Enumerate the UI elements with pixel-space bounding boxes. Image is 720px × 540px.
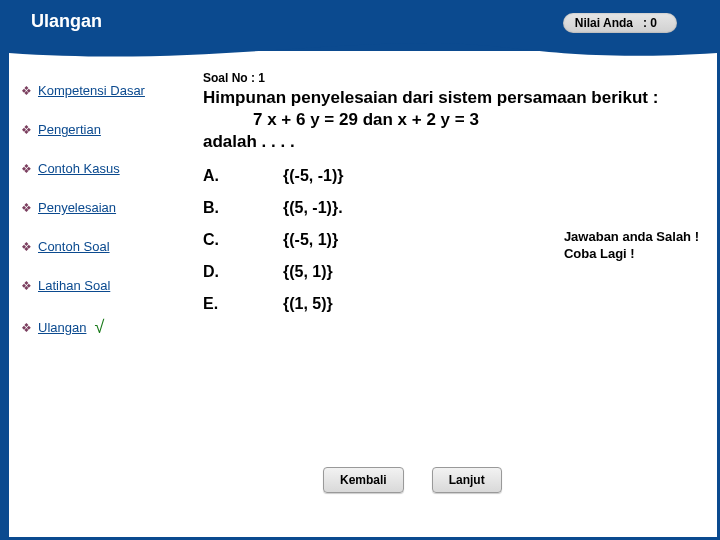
diamond-bullet-icon: ❖ bbox=[21, 201, 32, 215]
sidebar-item-latihan-soal[interactable]: ❖ Latihan Soal bbox=[21, 278, 183, 293]
diamond-bullet-icon: ❖ bbox=[21, 84, 32, 98]
diamond-bullet-icon: ❖ bbox=[21, 321, 32, 335]
option-letter: E. bbox=[203, 295, 283, 313]
diamond-bullet-icon: ❖ bbox=[21, 240, 32, 254]
sidebar-item-label: Penyelesaian bbox=[38, 200, 116, 215]
option-text: {(5, -1)}. bbox=[283, 199, 343, 217]
option-d[interactable]: D. {(5, 1)} bbox=[203, 263, 697, 281]
question-line: adalah . . . . bbox=[203, 132, 295, 151]
option-letter: A. bbox=[203, 167, 283, 185]
option-text: {(-5, -1)} bbox=[283, 167, 343, 185]
sidebar-item-ulangan[interactable]: ❖ Ulangan √ bbox=[21, 317, 183, 338]
option-b[interactable]: B. {(5, -1)}. bbox=[203, 199, 697, 217]
score-value: : 0 bbox=[643, 16, 657, 30]
option-letter: B. bbox=[203, 199, 283, 217]
sidebar-item-label: Ulangan bbox=[38, 320, 86, 335]
diamond-bullet-icon: ❖ bbox=[21, 123, 32, 137]
feedback-line: Coba Lagi ! bbox=[564, 246, 635, 261]
sidebar-item-label: Contoh Soal bbox=[38, 239, 110, 254]
sidebar-item-kompetensi[interactable]: ❖ Kompetensi Dasar bbox=[21, 83, 183, 98]
sidebar-item-label: Latihan Soal bbox=[38, 278, 110, 293]
option-letter: C. bbox=[203, 231, 283, 249]
sidebar-item-contoh-kasus[interactable]: ❖ Contoh Kasus bbox=[21, 161, 183, 176]
score-label: Nilai Anda bbox=[575, 16, 633, 30]
score-badge: Nilai Anda : 0 bbox=[563, 13, 677, 33]
question-line: 7 x + 6 y = 29 dan x + 2 y = 3 bbox=[203, 109, 697, 131]
option-text: {(5, 1)} bbox=[283, 263, 333, 281]
sidebar-item-penyelesaian[interactable]: ❖ Penyelesaian bbox=[21, 200, 183, 215]
diamond-bullet-icon: ❖ bbox=[21, 162, 32, 176]
question-text: Himpunan penyelesaian dari sistem persam… bbox=[203, 87, 697, 153]
question-line: Himpunan penyelesaian dari sistem persam… bbox=[203, 88, 658, 107]
next-button[interactable]: Lanjut bbox=[432, 467, 502, 493]
question-number: Soal No : 1 bbox=[203, 71, 697, 85]
check-icon: √ bbox=[94, 317, 104, 338]
feedback-line: Jawaban anda Salah ! bbox=[564, 229, 699, 244]
sidebar-item-label: Pengertian bbox=[38, 122, 101, 137]
nav-buttons: Kembali Lanjut bbox=[323, 467, 502, 493]
back-button[interactable]: Kembali bbox=[323, 467, 404, 493]
sidebar-item-label: Kompetensi Dasar bbox=[38, 83, 145, 98]
sidebar-item-contoh-soal[interactable]: ❖ Contoh Soal bbox=[21, 239, 183, 254]
diamond-bullet-icon: ❖ bbox=[21, 279, 32, 293]
option-letter: D. bbox=[203, 263, 283, 281]
sidebar: ❖ Kompetensi Dasar ❖ Pengertian ❖ Contoh… bbox=[3, 63, 193, 537]
option-e[interactable]: E. {(1, 5)} bbox=[203, 295, 697, 313]
option-text: {(1, 5)} bbox=[283, 295, 333, 313]
sidebar-item-label: Contoh Kasus bbox=[38, 161, 120, 176]
option-text: {(-5, 1)} bbox=[283, 231, 338, 249]
main-content: Soal No : 1 Himpunan penyelesaian dari s… bbox=[193, 63, 717, 537]
sidebar-item-pengertian[interactable]: ❖ Pengertian bbox=[21, 122, 183, 137]
option-a[interactable]: A. {(-5, -1)} bbox=[203, 167, 697, 185]
header: Ulangan Nilai Anda : 0 bbox=[3, 3, 717, 51]
page-title: Ulangan bbox=[31, 11, 102, 32]
feedback-message: Jawaban anda Salah ! Coba Lagi ! bbox=[564, 229, 699, 263]
